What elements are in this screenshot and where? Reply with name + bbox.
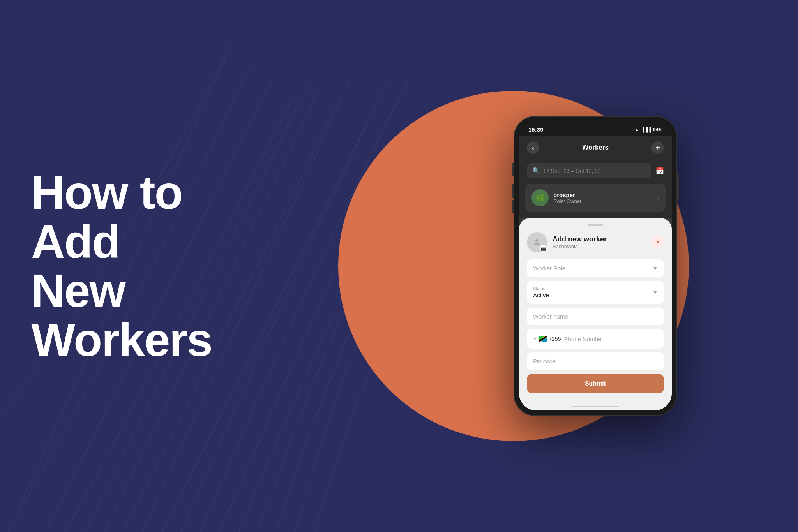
- status-bar: 15:39 ▲ ▐▐▐ 94%: [519, 122, 672, 136]
- sheet-subtitle: Bashmania: [553, 243, 646, 249]
- phone-outer-frame: 15:39 ▲ ▐▐▐ 94% ‹ Workers +: [514, 116, 677, 416]
- signal-icon: ▐▐▐: [641, 127, 651, 132]
- role-label: Role:: [553, 198, 565, 204]
- wifi-icon: ▲: [635, 127, 639, 132]
- home-indicator: [519, 403, 672, 410]
- sheet-drag-handle: [588, 224, 603, 226]
- close-sheet-button[interactable]: ×: [651, 236, 664, 248]
- phone-screen: 15:39 ▲ ▐▐▐ 94% ‹ Workers +: [519, 122, 672, 410]
- worker-role-field[interactable]: Worker Role ▼: [527, 259, 664, 277]
- pin-code-field[interactable]: Pin code: [527, 352, 664, 370]
- heading-line2: New Workers: [31, 264, 212, 366]
- search-bar-area: 🔍 12 Sep, 23 – Oct 12, 23 📅: [519, 159, 672, 184]
- calendar-icon[interactable]: 📅: [655, 167, 664, 175]
- status-bar-icons: ▲ ▐▐▐ 94%: [635, 127, 662, 132]
- pin-code-placeholder: Pin code: [533, 358, 556, 365]
- notch: [572, 122, 619, 132]
- status-dropdown-icon: ▼: [652, 289, 658, 296]
- worker-name: prosper: [553, 192, 652, 198]
- heading-line1: How to Add: [31, 166, 182, 268]
- back-button[interactable]: ‹: [527, 141, 539, 154]
- phone-number-placeholder: Phone Number: [564, 336, 603, 342]
- add-worker-bottom-sheet: 📷 Add new worker Bashmania × Worker Role…: [519, 218, 672, 403]
- worker-avatar: 🌿: [531, 189, 549, 206]
- date-range-text: 12 Sep, 23 – Oct 12, 23: [543, 168, 601, 174]
- worker-role-dropdown-icon: ▼: [652, 265, 658, 271]
- main-heading: How to Add New Workers: [31, 168, 273, 364]
- worker-photo-upload[interactable]: 📷: [527, 232, 547, 252]
- sheet-header: 📷 Add new worker Bashmania ×: [527, 232, 664, 252]
- sheet-title: Add new worker: [553, 235, 646, 243]
- status-field[interactable]: Status Active ▼: [527, 281, 664, 304]
- add-worker-button[interactable]: +: [651, 141, 664, 154]
- worker-role-placeholder: Worker Role: [533, 265, 565, 271]
- sheet-title-area: Add new worker Bashmania: [553, 235, 646, 249]
- country-code: +255: [549, 336, 561, 342]
- submit-button[interactable]: Submit: [527, 374, 664, 393]
- search-input-area[interactable]: 🔍 12 Sep, 23 – Oct 12, 23: [527, 163, 651, 178]
- phone-mockup: 15:39 ▲ ▐▐▐ 94% ‹ Workers +: [514, 116, 677, 416]
- worker-role: Role: Owner: [553, 198, 652, 204]
- search-icon: 🔍: [532, 167, 540, 174]
- status-bar-time: 15:39: [528, 126, 543, 133]
- status-label: Status: [533, 286, 652, 291]
- worker-list: 🌿 prosper Role: Owner ›: [519, 184, 672, 218]
- left-content-area: How to Add New Workers: [31, 168, 273, 364]
- svg-point-0: [535, 239, 538, 242]
- worker-name-field[interactable]: Worker name: [527, 308, 664, 325]
- app-header: ‹ Workers +: [519, 136, 672, 159]
- worker-info: prosper Role: Owner: [553, 192, 652, 204]
- status-value: Active: [533, 292, 652, 298]
- role-value: Owner: [567, 198, 581, 204]
- camera-icon: 📷: [539, 245, 547, 252]
- country-flag-icon: 🇹🇿: [538, 335, 547, 343]
- phone-number-field[interactable]: ▼ 🇹🇿 +255 Phone Number: [527, 329, 664, 349]
- worker-name-placeholder: Worker name: [533, 313, 568, 320]
- app-title: Workers: [582, 144, 609, 151]
- worker-list-item[interactable]: 🌿 prosper Role: Owner ›: [525, 184, 666, 212]
- battery-text: 94%: [653, 127, 662, 132]
- status-field-inner: Status Active: [533, 286, 652, 298]
- dropdown-caret: ▼: [533, 337, 537, 341]
- chevron-right-icon: ›: [657, 194, 659, 202]
- country-selector[interactable]: ▼ 🇹🇿 +255: [533, 335, 561, 343]
- home-bar: [572, 406, 619, 407]
- submit-label: Submit: [585, 380, 606, 387]
